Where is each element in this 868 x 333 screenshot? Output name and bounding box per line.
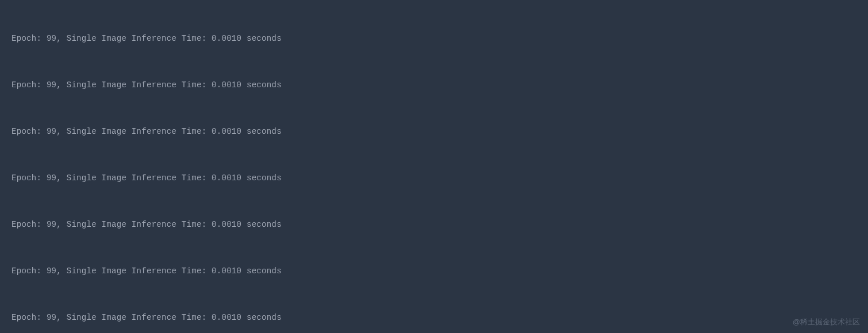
terminal-output: Epoch: 99, Single Image Inference Time: … bbox=[11, 0, 857, 333]
log-line: Epoch: 99, Single Image Inference Time: … bbox=[11, 171, 857, 186]
log-line: Epoch: 99, Single Image Inference Time: … bbox=[11, 124, 857, 140]
log-line: Epoch: 99, Single Image Inference Time: … bbox=[11, 264, 857, 279]
log-line: Epoch: 99, Single Image Inference Time: … bbox=[11, 310, 857, 326]
watermark-text: @稀土掘金技术社区 bbox=[793, 314, 860, 330]
log-line: Epoch: 99, Single Image Inference Time: … bbox=[11, 31, 857, 47]
log-line: Epoch: 99, Single Image Inference Time: … bbox=[11, 217, 857, 233]
log-line: Epoch: 99, Single Image Inference Time: … bbox=[11, 78, 857, 93]
